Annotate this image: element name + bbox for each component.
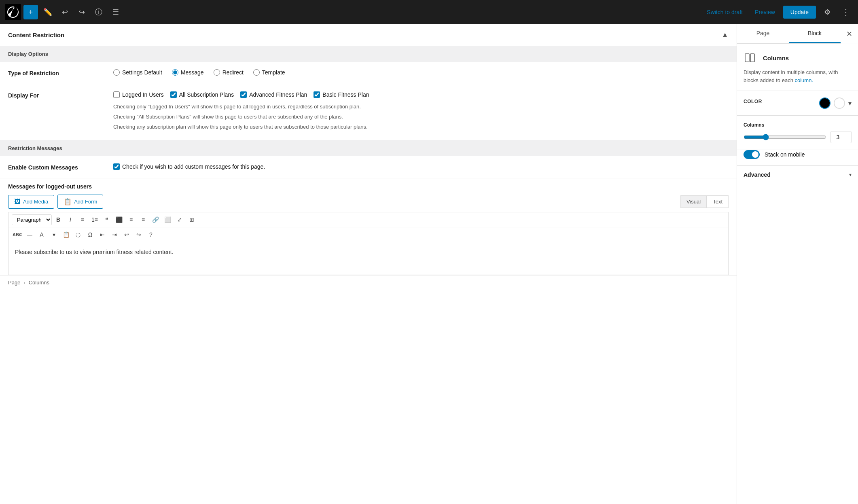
breadcrumb-columns[interactable]: Columns (29, 280, 49, 286)
visual-text-tabs: Visual Text (680, 195, 729, 208)
add-media-label: Add Media (23, 199, 48, 205)
custom-messages-label: Enable Custom Messages (8, 163, 113, 171)
italic-button[interactable]: I (65, 214, 76, 225)
editor-body[interactable]: Please subscribe to us to view premium f… (8, 242, 728, 275)
custom-messages-row: Enable Custom Messages Check if you wish… (0, 156, 737, 178)
text-tab[interactable]: Text (707, 195, 729, 208)
breadcrumb-page[interactable]: Page (8, 280, 20, 286)
color-swatch-white[interactable] (834, 97, 845, 109)
breadcrumb-separator: › (23, 280, 25, 286)
switch-draft-button[interactable]: Switch to draft (703, 6, 747, 18)
advanced-header[interactable]: Advanced ▾ (737, 165, 858, 184)
add-block-button[interactable]: + (23, 5, 38, 19)
color-dropdown-button[interactable]: ▾ (848, 100, 852, 107)
radio-template-input[interactable] (253, 69, 260, 76)
radio-message-label: Message (181, 69, 204, 76)
insert-button[interactable]: ⬜ (162, 214, 173, 225)
indent-more-button[interactable]: ⇥ (109, 229, 120, 240)
align-center-button[interactable]: ≡ (125, 214, 137, 225)
wp-logo[interactable] (5, 4, 21, 20)
link-button[interactable]: 🔗 (150, 214, 161, 225)
hr-button[interactable]: — (24, 229, 35, 240)
undo-button[interactable]: ↩ (57, 5, 72, 19)
add-media-button[interactable]: 🖼 Add Media (8, 195, 54, 209)
undo2-button[interactable]: ↩ (121, 229, 132, 240)
messages-section-label: Messages for logged-out users (8, 183, 729, 190)
indent-less-button[interactable]: ⇤ (97, 229, 108, 240)
text-color-arrow[interactable]: ▾ (48, 229, 59, 240)
columns-slider-section: Columns (737, 116, 858, 150)
block-header: Columns (744, 51, 852, 65)
block-info-section: Columns Display content in multiple colu… (737, 44, 858, 91)
more-options-button[interactable]: ⋮ (839, 5, 853, 19)
custom-messages-checkbox[interactable]: Check if you wish to add custom messages… (113, 163, 729, 170)
blockquote-button[interactable]: ❝ (101, 214, 112, 225)
display-for-label: Display For (8, 91, 113, 99)
strikethrough-button[interactable]: ABC̶ (12, 229, 23, 240)
display-for-content: Logged In Users All Subscription Plans A… (113, 91, 729, 133)
preview-button[interactable]: Preview (751, 6, 779, 18)
checkbox-basic-fitness-label: Basic Fitness Plan (322, 91, 369, 98)
checkbox-basic-fitness[interactable]: Basic Fitness Plan (314, 91, 369, 98)
help-text-2: Checking "All Subscription Plans" will s… (113, 113, 729, 121)
checkbox-basic-fitness-input[interactable] (314, 91, 320, 98)
radio-message-input[interactable] (172, 69, 178, 76)
display-for-checkbox-group: Logged In Users All Subscription Plans A… (113, 91, 729, 98)
custom-messages-content: Check if you wish to add custom messages… (113, 163, 729, 170)
visual-tab[interactable]: Visual (680, 195, 707, 208)
checkbox-advanced-fitness-input[interactable] (240, 91, 247, 98)
sidebar-close-button[interactable]: ✕ (841, 25, 858, 42)
unordered-list-button[interactable]: ≡ (77, 214, 88, 225)
columns-number-input[interactable] (830, 131, 852, 143)
radio-redirect-input[interactable] (214, 69, 220, 76)
block-name-label: Columns (763, 55, 789, 61)
grid-button[interactable]: ⊞ (186, 214, 197, 225)
align-left-button[interactable]: ⬛ (113, 214, 125, 225)
paste-text-button[interactable]: 📋 (60, 229, 72, 240)
add-form-button[interactable]: 📋 Add Form (57, 195, 103, 209)
radio-settings-default-label: Settings Default (122, 69, 162, 76)
column-link[interactable]: column. (794, 77, 813, 83)
custom-messages-checkbox-label: Check if you wish to add custom messages… (122, 163, 265, 170)
editor-toolbar-row2: ABC̶ — A ▾ 📋 ◌ Ω ⇤ ⇥ ↩ ↪ ? (8, 227, 728, 242)
radio-redirect[interactable]: Redirect (214, 69, 244, 76)
tab-page[interactable]: Page (737, 24, 789, 43)
radio-message[interactable]: Message (172, 69, 204, 76)
text-color-button[interactable]: A (36, 229, 47, 240)
svg-rect-0 (745, 54, 749, 62)
omega-button[interactable]: Ω (85, 229, 96, 240)
list-view-button[interactable]: ☰ (108, 5, 123, 19)
edit-button[interactable]: ✏️ (40, 5, 55, 19)
columns-slider[interactable] (744, 134, 826, 140)
color-swatch-black[interactable] (819, 97, 830, 109)
custom-messages-input[interactable] (113, 163, 120, 170)
panel-collapse-button[interactable]: ▲ (721, 31, 729, 39)
checkbox-advanced-fitness[interactable]: Advanced Fitness Plan (240, 91, 307, 98)
info-button[interactable]: ⓘ (91, 5, 106, 19)
color-section: Color ▾ (737, 91, 858, 116)
update-button[interactable]: Update (783, 6, 816, 19)
stack-mobile-toggle[interactable] (744, 150, 760, 159)
display-for-row: Display For Logged In Users All Subscrip… (0, 84, 737, 140)
radio-settings-default[interactable]: Settings Default (113, 69, 162, 76)
redo2-button[interactable]: ↪ (133, 229, 144, 240)
toolbar-left: + ✏️ ↩ ↪ ⓘ ☰ (5, 4, 123, 20)
radio-template[interactable]: Template (253, 69, 285, 76)
fullscreen-button[interactable]: ⤢ (174, 214, 185, 225)
type-of-restriction-row: Type of Restriction Settings Default Mes… (0, 62, 737, 84)
redo-button[interactable]: ↪ (74, 5, 89, 19)
radio-settings-default-input[interactable] (113, 69, 120, 76)
checkbox-logged-in[interactable]: Logged In Users (113, 91, 164, 98)
editor-toolbar-row1: Paragraph B I ≡ 1≡ ❝ ⬛ ≡ ≡ 🔗 ⬜ ⤢ ⊞ (8, 212, 728, 227)
align-right-button[interactable]: ≡ (138, 214, 149, 225)
tab-block[interactable]: Block (789, 24, 841, 43)
settings-button[interactable]: ⚙ (820, 5, 835, 19)
clear-format-button[interactable]: ◌ (72, 229, 84, 240)
ordered-list-button[interactable]: 1≡ (89, 214, 100, 225)
checkbox-all-plans[interactable]: All Subscription Plans (170, 91, 234, 98)
checkbox-all-plans-input[interactable] (170, 91, 177, 98)
help-button[interactable]: ? (145, 229, 157, 240)
checkbox-logged-in-input[interactable] (113, 91, 120, 98)
bold-button[interactable]: B (53, 214, 64, 225)
format-select[interactable]: Paragraph (12, 214, 52, 225)
